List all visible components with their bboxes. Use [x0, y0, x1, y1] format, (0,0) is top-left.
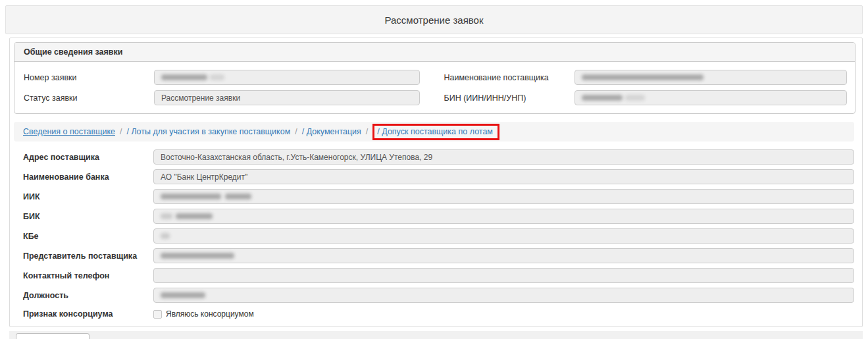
- field-row-iik: ИИК: [14, 189, 855, 204]
- field-row-request-number: Номер заявки: [14, 70, 435, 85]
- iik-label: ИИК: [14, 192, 153, 201]
- redacted-value: [210, 74, 224, 80]
- representative-label: Представитель поставщика: [14, 251, 153, 261]
- field-row-bik: БИК: [14, 209, 855, 224]
- request-number-field[interactable]: [154, 70, 420, 85]
- field-row-bin: БИН (ИИН/ИНН/УНП): [435, 90, 855, 105]
- supplier-details-form: Адрес поставщика Восточно-Казахстанская …: [14, 142, 855, 319]
- page-title: Рассмотрение заявок: [385, 14, 484, 26]
- request-number-label: Номер заявки: [14, 73, 154, 82]
- bank-name-value: АО "Банк ЦентрКредит": [161, 172, 247, 182]
- consortium-checkbox-label: Являюсь консорциумом: [166, 309, 254, 319]
- bank-name-field[interactable]: АО "Банк ЦентрКредит": [153, 169, 854, 184]
- tab-documentation[interactable]: / Документация: [302, 127, 361, 136]
- bik-field[interactable]: [153, 209, 854, 224]
- phone-label: Контактный телефон: [14, 271, 153, 280]
- field-row-consortium: Признак консорциума Являюсь консорциумом: [14, 309, 855, 319]
- tab-separator: /: [295, 127, 297, 136]
- redacted-value: [582, 95, 623, 101]
- supplier-name-label: Наименование поставщика: [435, 73, 574, 82]
- field-row-request-status: Статус заявки Рассмотрение заявки: [14, 90, 435, 105]
- request-status-label: Статус заявки: [14, 93, 154, 103]
- request-status-field[interactable]: Рассмотрение заявки: [154, 90, 420, 105]
- supplier-name-field[interactable]: [574, 70, 848, 85]
- bik-label: БИК: [14, 212, 153, 221]
- main-panel: Общие сведения заявки Номер заявки Стату…: [9, 38, 863, 327]
- page-title-bar: Рассмотрение заявок: [5, 5, 863, 34]
- tab-lots[interactable]: / Лоты для участия в закупке поставщиком: [126, 127, 290, 136]
- address-field[interactable]: Восточно-Казахстанская область, г.Усть-К…: [153, 149, 854, 165]
- kbe-label: КБе: [14, 232, 153, 241]
- tab-separator: /: [120, 127, 122, 136]
- address-label: Адрес поставщика: [14, 153, 153, 162]
- request-status-value: Рассмотрение заявки: [161, 93, 240, 103]
- bin-label: БИН (ИИН/ИНН/УНП): [435, 93, 574, 103]
- tab-separator: /: [366, 127, 368, 136]
- field-row-supplier-name: Наименование поставщика: [435, 70, 855, 85]
- bottom-section-strip: [9, 331, 863, 339]
- tab-supplier-info[interactable]: Сведения о поставщике: [23, 127, 115, 136]
- redacted-value: [161, 74, 207, 80]
- field-row-position: Должность: [14, 288, 855, 303]
- redacted-value: [161, 292, 205, 298]
- iik-field[interactable]: [153, 189, 854, 204]
- field-row-bank-name: Наименование банка АО "Банк ЦентрКредит": [14, 169, 855, 184]
- position-label: Должность: [14, 291, 153, 300]
- field-row-kbe: КБе: [14, 228, 855, 244]
- redacted-value: [161, 213, 172, 219]
- highlight-annotation-box: / Допуск поставщика по лотам: [372, 124, 499, 140]
- field-row-phone: Контактный телефон: [14, 268, 855, 283]
- bin-field[interactable]: [574, 90, 848, 105]
- representative-field[interactable]: [153, 248, 854, 263]
- redacted-value: [161, 233, 170, 239]
- consortium-checkbox[interactable]: [153, 310, 162, 319]
- tab-supplier-admission-by-lots[interactable]: / Допуск поставщика по лотам: [377, 127, 493, 136]
- section-tabs-bar: Сведения о поставщике / / Лоты для участ…: [14, 122, 854, 142]
- consortium-label: Признак консорциума: [14, 309, 153, 319]
- bank-name-label: Наименование банка: [14, 172, 153, 182]
- general-info-section: Общие сведения заявки Номер заявки Стату…: [14, 42, 855, 114]
- redacted-value: [161, 253, 234, 259]
- redacted-value: [176, 213, 213, 219]
- phone-field[interactable]: [153, 268, 854, 283]
- redacted-value: [625, 95, 645, 101]
- redacted-value: [225, 194, 251, 199]
- position-field[interactable]: [153, 288, 854, 303]
- redacted-value: [582, 74, 703, 80]
- general-info-body: Номер заявки Статус заявки Рассмотрение …: [14, 62, 855, 113]
- kbe-field[interactable]: [153, 228, 854, 244]
- general-info-section-title: Общие сведения заявки: [14, 43, 855, 62]
- field-row-representative: Представитель поставщика: [14, 248, 855, 263]
- address-value: Восточно-Казахстанская область, г.Усть-К…: [161, 153, 432, 162]
- field-row-address: Адрес поставщика Восточно-Казахстанская …: [14, 149, 855, 165]
- partial-tab[interactable]: [16, 333, 89, 339]
- redacted-value: [161, 194, 221, 199]
